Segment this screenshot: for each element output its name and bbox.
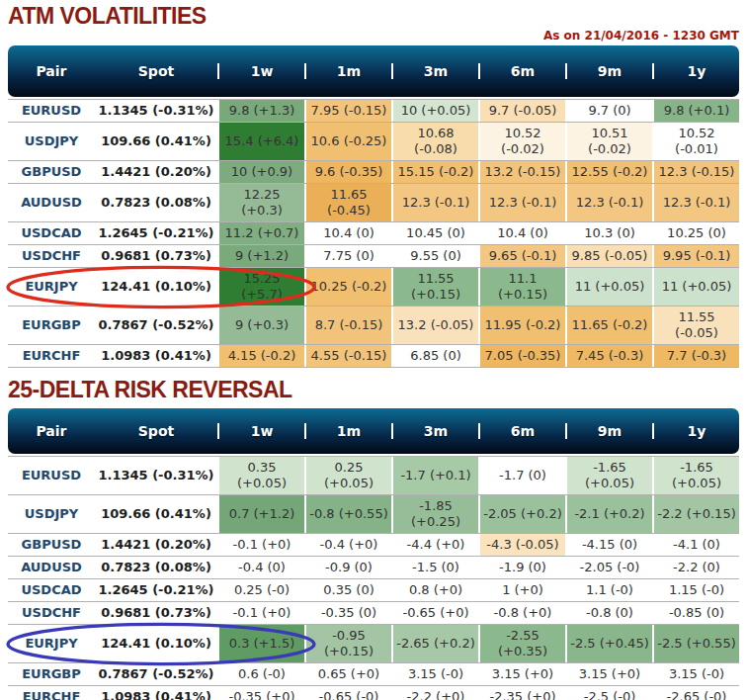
spot-value: 1.2645 (-0.21%) (95, 222, 217, 244)
pair-label: AUDUSD (8, 184, 95, 221)
cell-usdchf-3m: 9.55 (0) (391, 245, 478, 267)
cell-usdcad-1y: 10.25 (0) (652, 222, 739, 244)
cell-usdcad-9m: 10.3 (0) (565, 222, 652, 244)
spot-value: 124.41 (0.10%) (95, 268, 217, 306)
cell-usdcad-1m: 10.4 (0) (304, 222, 391, 244)
table-row-eurusd: EURUSD1.1345 (-0.31%)9.8 (+1.3)7.95 (-0.… (8, 100, 739, 123)
pair-label: USDCHF (8, 602, 95, 624)
atm-table-header-row: PairSpot1w1m3m6m9m1y (8, 45, 739, 97)
cell-eurgbp-1m: 8.7 (-0.15) (304, 306, 391, 344)
cell-audusd-3m: 12.3 (-0.1) (391, 184, 478, 221)
cell-eurjpy-9m: 11 (+0.05) (565, 268, 652, 306)
cell-audusd-6m: 12.3 (-0.1) (478, 184, 565, 221)
pair-label: EURUSD (8, 457, 95, 494)
spot-value: 109.66 (0.41%) (95, 123, 217, 160)
column-header-9m: 9m (565, 63, 652, 79)
cell-eurgbp-9m: 3.15 (+0) (565, 663, 652, 685)
cell-eurchf-1m: 4.55 (-0.15) (304, 345, 391, 367)
pair-label: EURJPY (8, 625, 95, 662)
cell-usdcad-1w: 0.25 (-0) (217, 579, 304, 601)
pair-label: EURCHF (8, 686, 95, 700)
pair-label: EURGBP (8, 306, 95, 344)
spot-value: 0.9681 (0.73%) (95, 245, 217, 267)
cell-eurchf-1y: -2.65 (-0) (652, 686, 739, 700)
cell-eurusd-1y: -1.65 (+0.05) (652, 457, 739, 494)
cell-usdchf-1y: 9.95 (-0.1) (652, 245, 739, 267)
cell-eurgbp-6m: 3.15 (+0) (478, 663, 565, 685)
pair-label: USDCAD (8, 222, 95, 244)
cell-eurjpy-1w: 0.3 (+1.5) (217, 625, 304, 662)
spot-value: 0.9681 (0.73%) (95, 602, 217, 624)
cell-usdchf-1m: 7.75 (0) (304, 245, 391, 267)
cell-eurusd-1m: 7.95 (-0.15) (304, 100, 391, 122)
column-header-9m: 9m (565, 423, 652, 439)
cell-audusd-9m: 12.3 (-0.1) (565, 184, 652, 221)
risk-reversal-title: 25-DELTA RISK REVERSAL (8, 377, 739, 402)
cell-usdcad-1w: 11.2 (+0.7) (217, 222, 304, 244)
rr-table-body: EURUSD1.1345 (-0.31%)0.35 (+0.05)0.25 (+… (8, 456, 739, 700)
table-row-audusd: AUDUSD0.7823 (0.08%)12.25 (+0.3)11.65 (-… (8, 184, 739, 222)
cell-eurchf-9m: 7.45 (-0.3) (565, 345, 652, 367)
table-row-usdchf: USDCHF0.9681 (0.73%)9 (+1.2)7.75 (0)9.55… (8, 245, 739, 268)
spot-value: 1.1345 (-0.31%) (95, 100, 217, 122)
cell-usdjpy-9m: -2.1 (+0.2) (565, 495, 652, 533)
cell-eurusd-3m: 10 (+0.05) (391, 100, 478, 122)
rr-table-header-row: PairSpot1w1m3m6m9m1y (8, 408, 739, 454)
cell-audusd-9m: -2.05 (-0) (565, 557, 652, 578)
cell-eurgbp-6m: 11.95 (-0.2) (478, 306, 565, 344)
column-header-1m: 1m (304, 63, 391, 79)
cell-usdjpy-1y: 10.52 (-0.01) (652, 123, 739, 160)
cell-eurchf-1w: -0.35 (+0) (217, 686, 304, 700)
spot-value: 1.4421 (0.20%) (95, 161, 217, 183)
pair-label: EURUSD (8, 100, 95, 122)
column-header-1m: 1m (304, 423, 391, 439)
cell-eurchf-9m: -2.5 (-0) (565, 686, 652, 700)
cell-audusd-1y: 12.3 (-0.1) (652, 184, 739, 221)
cell-usdchf-6m: -0.8 (+0) (478, 602, 565, 624)
risk-reversal-table: PairSpot1w1m3m6m9m1y EURUSD1.1345 (-0.31… (8, 408, 739, 700)
cell-eurjpy-1y: 11 (+0.05) (652, 268, 739, 306)
cell-usdjpy-3m: -1.85 (+0.25) (391, 495, 478, 533)
atm-volatilities-section: ATM VOLATILITIES As on 21/04/2016 - 1230… (8, 3, 739, 368)
spot-value: 1.0983 (0.41%) (95, 686, 217, 700)
cell-gbpusd-6m: 13.2 (-0.15) (478, 161, 565, 183)
cell-usdchf-3m: -0.65 (+0) (391, 602, 478, 624)
cell-eurusd-6m: -1.7 (0) (478, 457, 565, 494)
cell-gbpusd-9m: 12.55 (-0.2) (565, 161, 652, 183)
table-row-eurusd: EURUSD1.1345 (-0.31%)0.35 (+0.05)0.25 (+… (8, 457, 739, 495)
cell-usdchf-1w: -0.1 (+0) (217, 602, 304, 624)
column-header-1y: 1y (652, 63, 739, 79)
cell-eurchf-6m: -2.35 (+0) (478, 686, 565, 700)
cell-eurgbp-1w: 9 (+0.3) (217, 306, 304, 344)
spot-value: 1.4421 (0.20%) (95, 534, 217, 556)
atm-volatilities-title: ATM VOLATILITIES (8, 3, 739, 29)
cell-gbpusd-9m: -4.15 (0) (565, 534, 652, 556)
cell-eurgbp-1w: 0.6 (-0) (217, 663, 304, 685)
report-timestamp: As on 21/04/2016 - 1230 GMT (8, 29, 739, 43)
cell-eurusd-9m: 9.7 (0) (565, 100, 652, 122)
column-header-3m: 3m (391, 423, 478, 439)
column-header-1w: 1w (217, 423, 304, 439)
cell-eurusd-6m: 9.7 (-0.05) (478, 100, 565, 122)
spot-value: 0.7867 (-0.52%) (95, 663, 217, 685)
cell-usdchf-6m: 9.65 (-0.1) (478, 245, 565, 267)
cell-eurchf-3m: -2.2 (+0) (391, 686, 478, 700)
cell-usdjpy-6m: 10.52 (-0.02) (478, 123, 565, 160)
spot-value: 1.1345 (-0.31%) (95, 457, 217, 494)
cell-eurgbp-9m: 11.65 (-0.2) (565, 306, 652, 344)
table-row-gbpusd: GBPUSD1.4421 (0.20%)10 (+0.9)9.6 (-0.35)… (8, 161, 739, 184)
cell-audusd-1y: -2.2 (0) (652, 557, 739, 578)
column-header-6m: 6m (478, 423, 565, 439)
table-row-gbpusd: GBPUSD1.4421 (0.20%)-0.1 (+0)-0.4 (+0)-4… (8, 534, 739, 557)
cell-usdchf-1w: 9 (+1.2) (217, 245, 304, 267)
cell-audusd-1m: 11.65 (-0.45) (304, 184, 391, 221)
spot-value: 0.7823 (0.08%) (95, 184, 217, 221)
cell-eurchf-3m: 6.85 (0) (391, 345, 478, 367)
cell-usdjpy-1w: 0.7 (+1.2) (217, 495, 304, 533)
cell-eurjpy-1m: -0.95 (+0.15) (304, 625, 391, 662)
cell-eurusd-1y: 9.8 (+0.1) (652, 100, 739, 122)
cell-eurgbp-1y: 3.15 (-0) (652, 663, 739, 685)
table-row-usdjpy: USDJPY109.66 (0.41%)15.4 (+6.4)10.6 (-0.… (8, 123, 739, 161)
pair-label: USDCAD (8, 579, 95, 601)
table-row-eurchf: EURCHF1.0983 (0.41%)4.15 (-0.2)4.55 (-0.… (8, 345, 739, 368)
